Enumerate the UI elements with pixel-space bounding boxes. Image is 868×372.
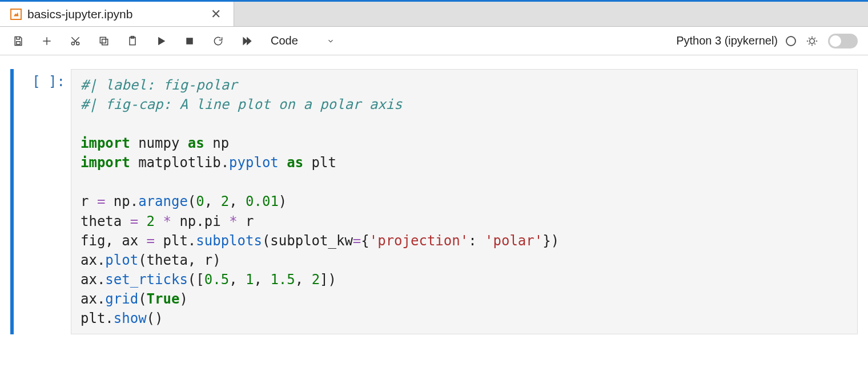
run-icon[interactable] [153,33,169,49]
add-cell-icon[interactable] [39,33,55,49]
svg-rect-0 [17,41,21,44]
svg-rect-7 [187,38,192,44]
tab-notebook[interactable]: basics-jupyter.ipynb ✕ [0,2,234,26]
cell-prompt: [ ]: [31,69,71,334]
restart-icon[interactable] [210,33,226,49]
save-icon[interactable] [10,33,26,49]
kernel-status-icon[interactable] [786,36,796,46]
close-icon[interactable]: ✕ [208,7,223,22]
paste-icon[interactable] [124,33,140,49]
notebook-content: [ ]: #| label: fig-polar #| fig-cap: A l… [0,55,868,370]
cell-type-label: Code [271,34,298,47]
svg-point-8 [810,38,814,43]
run-all-icon[interactable] [239,33,255,49]
bug-icon[interactable] [804,33,820,49]
copy-icon[interactable] [96,33,112,49]
svg-rect-4 [100,37,106,43]
kernel-name[interactable]: Python 3 (ipykernel) [676,34,778,47]
debugger-toggle[interactable] [828,34,858,48]
notebook-icon [10,9,22,20]
svg-rect-3 [102,39,108,45]
toolbar: Code Python 3 (ipykernel) [0,27,868,55]
kernel-area: Python 3 (ipykernel) [676,33,858,49]
tab-bar: basics-jupyter.ipynb ✕ [0,2,868,27]
code-cell[interactable]: [ ]: #| label: fig-polar #| fig-cap: A l… [10,69,858,334]
code-input[interactable]: #| label: fig-polar #| fig-cap: A line p… [71,69,858,334]
tab-title: basics-jupyter.ipynb [27,7,132,21]
cell-type-dropdown[interactable]: Code [267,33,338,48]
notebook-panel: basics-jupyter.ipynb ✕ [0,0,868,372]
cut-icon[interactable] [67,33,83,49]
stop-icon[interactable] [182,33,198,49]
chevron-down-icon [327,37,335,45]
